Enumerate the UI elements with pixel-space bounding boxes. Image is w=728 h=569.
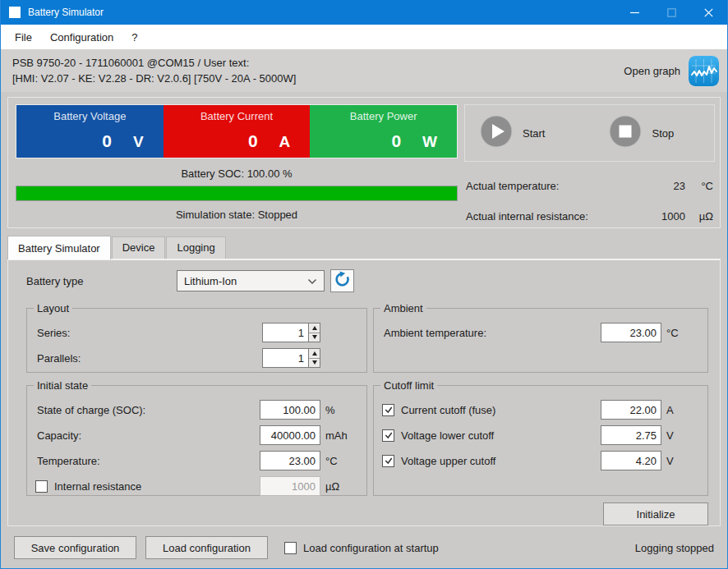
- device-info-bar: PSB 9750-20 - 1711060001 @COM15 / User t…: [1, 49, 727, 92]
- battery-type-label: Battery type: [26, 275, 177, 287]
- current-cutoff-unit: A: [661, 404, 699, 416]
- battery-voltage-label: Battery Voltage: [25, 110, 155, 122]
- open-graph-button[interactable]: [689, 56, 719, 86]
- refresh-battery-type-button[interactable]: [330, 269, 354, 292]
- actual-resistance-row: Actual internal resistance: 1000 µΩ: [464, 210, 715, 223]
- series-increment-button[interactable]: [309, 324, 320, 333]
- load-configuration-button[interactable]: Load configuration: [145, 536, 268, 559]
- actual-temperature-label: Actual temperature:: [466, 180, 647, 192]
- parallels-input[interactable]: [262, 348, 308, 368]
- window-controls: [616, 0, 727, 25]
- battery-voltage-meter: Battery Voltage 0 V: [16, 105, 164, 158]
- series-input[interactable]: [262, 323, 308, 342]
- battery-current-label: Battery Current: [172, 110, 302, 122]
- internal-resistance-checkbox[interactable]: [35, 480, 48, 493]
- voltage-upper-cutoff-checkbox[interactable]: [382, 455, 394, 467]
- voltage-upper-cutoff-input[interactable]: [601, 451, 661, 470]
- battery-power-meter: Battery Power 0 W: [310, 105, 457, 158]
- simulation-state-text: Simulation state: Stopped: [16, 209, 458, 221]
- battery-simulator-panel: Battery type Lithium-Ion: [7, 259, 721, 526]
- maximize-button[interactable]: [653, 0, 690, 25]
- voltage-upper-cutoff-row: Voltage upper cutoff V: [382, 451, 699, 470]
- logging-status-text: Logging stopped: [635, 542, 714, 554]
- ambient-temperature-unit: °C: [661, 327, 699, 339]
- initial-state-legend: Initial state: [34, 379, 91, 392]
- menu-file[interactable]: File: [6, 27, 41, 48]
- battery-power-unit: W: [422, 133, 437, 151]
- menu-bar: File Configuration ?: [1, 25, 727, 49]
- soc-row: State of charge (SOC): %: [35, 400, 358, 420]
- battery-voltage-unit: V: [133, 133, 144, 151]
- cutoff-limit-group: Cutoff limit Current cutoff (fuse) A: [373, 379, 708, 496]
- stop-button[interactable]: Stop: [609, 115, 674, 151]
- capacity-input[interactable]: [260, 425, 320, 445]
- ambient-temperature-row: Ambient temperature: °C: [382, 323, 699, 342]
- battery-voltage-value: 0: [102, 131, 112, 151]
- initialize-button[interactable]: Initialize: [603, 502, 708, 525]
- minimize-button[interactable]: [616, 0, 653, 25]
- current-cutoff-input[interactable]: [601, 400, 661, 420]
- tab-battery-simulator[interactable]: Battery Simulator: [7, 236, 111, 259]
- start-stop-box: Start Stop: [464, 104, 715, 162]
- voltage-lower-cutoff-label: Voltage lower cutoff: [401, 429, 601, 442]
- arrow-down-icon: [312, 360, 317, 365]
- close-button[interactable]: [690, 0, 727, 25]
- voltage-lower-cutoff-input[interactable]: [601, 425, 661, 445]
- parallels-increment-button[interactable]: [309, 349, 320, 359]
- battery-current-meter: Battery Current 0 A: [164, 105, 311, 158]
- battery-type-select[interactable]: Lithium-Ion: [177, 270, 325, 291]
- temperature-label: Temperature:: [35, 455, 260, 467]
- voltage-lower-cutoff-unit: V: [661, 429, 699, 442]
- series-label: Series:: [35, 327, 262, 339]
- layout-group: Layout Series: Parallels:: [26, 302, 367, 373]
- temperature-row: Temperature: °C: [35, 451, 358, 470]
- maximize-icon: [667, 8, 676, 17]
- arrow-up-icon: [312, 351, 317, 356]
- voltage-lower-cutoff-checkbox[interactable]: [382, 429, 394, 442]
- series-decrement-button[interactable]: [309, 333, 320, 342]
- footer-bar: Save configuration Load configuration Lo…: [1, 526, 727, 569]
- save-configuration-button[interactable]: Save configuration: [14, 536, 136, 559]
- voltage-upper-cutoff-unit: V: [661, 455, 699, 467]
- chevron-down-icon: [307, 275, 317, 287]
- status-section: Battery Voltage 0 V Battery Current 0 A: [1, 92, 727, 233]
- start-label: Start: [523, 127, 545, 140]
- actual-temperature-unit: °C: [685, 180, 713, 192]
- actual-resistance-value: 1000: [647, 210, 685, 223]
- menu-help[interactable]: ?: [122, 27, 146, 48]
- ambient-legend: Ambient: [380, 302, 426, 314]
- current-cutoff-label: Current cutoff (fuse): [401, 404, 601, 416]
- app-icon: [9, 7, 21, 18]
- series-spinner: [308, 323, 320, 342]
- open-graph-label: Open graph: [624, 65, 680, 77]
- tab-strip: Battery Simulator Device Logging: [1, 233, 727, 259]
- soc-progress-bar: [16, 186, 458, 201]
- parallels-spinner: [308, 348, 320, 368]
- battery-soc-text: Battery SOC: 100.00 %: [16, 167, 458, 180]
- parallels-decrement-button[interactable]: [309, 359, 320, 368]
- capacity-label: Capacity:: [35, 429, 260, 442]
- menu-configuration[interactable]: Configuration: [41, 27, 122, 48]
- soc-label: State of charge (SOC):: [35, 404, 260, 416]
- soc-input[interactable]: [260, 400, 320, 420]
- checkmark-icon: [384, 430, 394, 440]
- minimize-icon: [630, 8, 639, 17]
- stop-icon: [609, 115, 642, 151]
- tab-device[interactable]: Device: [112, 236, 166, 259]
- actual-resistance-unit: µΩ: [685, 210, 713, 223]
- arrow-down-icon: [312, 335, 317, 339]
- checkmark-icon: [384, 405, 394, 415]
- current-cutoff-checkbox[interactable]: [382, 404, 394, 416]
- title-bar: Battery Simulator: [1, 0, 727, 25]
- meter-row: Battery Voltage 0 V Battery Current 0 A: [16, 104, 458, 158]
- actual-resistance-label: Actual internal resistance:: [466, 210, 647, 223]
- ambient-temperature-input[interactable]: [601, 323, 661, 342]
- temperature-input[interactable]: [260, 451, 320, 470]
- actual-temperature-row: Actual temperature: 23 °C: [464, 180, 715, 192]
- tab-logging[interactable]: Logging: [166, 236, 225, 259]
- internal-resistance-row: Internal resistance µΩ: [35, 476, 358, 496]
- current-cutoff-row: Current cutoff (fuse) A: [382, 400, 699, 420]
- load-at-startup-checkbox[interactable]: [284, 542, 297, 554]
- play-icon: [480, 115, 513, 151]
- start-button[interactable]: Start: [480, 115, 545, 151]
